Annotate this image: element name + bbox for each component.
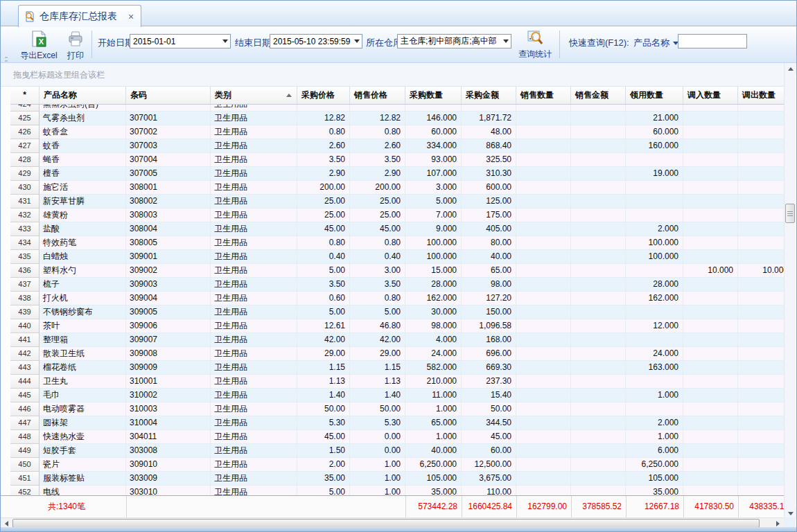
cell-name: 蝇香: [40, 153, 126, 167]
cell-id: 436: [10, 264, 40, 278]
cell-category: 卫生用品: [211, 458, 297, 472]
cell-category: 卫生用品: [211, 105, 297, 112]
cell-sell_amt: [571, 402, 626, 416]
cell-sell_price: 3.50: [350, 153, 405, 167]
table-row[interactable]: 448快速热水壶304011卫生用品45.000.001.00045.001.0…: [10, 430, 785, 444]
cell-req_qty: [626, 333, 683, 347]
column-header-buy_amt[interactable]: 采购金额: [462, 87, 516, 104]
column-header-sell_price[interactable]: 销售价格: [350, 87, 405, 104]
table-row[interactable]: 452电线303010卫生用品5.001.0035.000110.0035.00…: [10, 486, 785, 495]
cell-buy_amt: 696.00: [462, 347, 516, 361]
query-statistics-button[interactable]: 查询统计: [515, 28, 555, 62]
sort-ascending-icon: [286, 94, 292, 97]
table-row[interactable]: 444卫生丸310001卫生用品1.131.13210.000237.30: [10, 375, 785, 389]
quick-search-input[interactable]: [678, 34, 747, 48]
print-button[interactable]: 打印: [62, 29, 89, 63]
column-header-id[interactable]: *: [10, 87, 40, 104]
table-row[interactable]: 442散装卫生纸309008卫生用品29.0029.0024.000696.00…: [10, 347, 785, 361]
cell-buy_qty: 24.000: [405, 347, 462, 361]
cell-id: 431: [10, 195, 40, 209]
table-row[interactable]: 433盐酸308004卫生用品45.0045.009.000405.002.00…: [10, 222, 785, 236]
table-row[interactable]: 438打火机309004卫生用品0.600.80162.000127.20162…: [10, 292, 785, 305]
column-header-sell_qty[interactable]: 销售数量: [516, 87, 571, 104]
table-row[interactable]: 441整理箱309007卫生用品42.0042.004.000168.00: [10, 333, 785, 347]
column-header-buy_qty[interactable]: 采购数量: [405, 87, 462, 104]
cell-buy_price: 2.90: [297, 167, 350, 181]
cell-barcode: 308001: [126, 181, 211, 195]
table-row[interactable]: 445毛巾310002卫生用品1.401.4011.00015.401.000: [10, 389, 785, 402]
column-header-in_qty[interactable]: 调入数量: [683, 87, 738, 104]
end-date-combobox[interactable]: 2015-05-10 23:59:59: [270, 34, 362, 48]
table-row[interactable]: 443榴花卷纸309009卫生用品1.151.15582.000669.3016…: [10, 361, 785, 375]
cell-buy_qty: 6,250.000: [405, 458, 462, 472]
quick-query-field-selector[interactable]: 产品名称: [633, 37, 678, 49]
table-row[interactable]: 428蝇香307004卫生用品3.503.5093.000325.50: [10, 153, 785, 167]
warehouse-combobox[interactable]: 主仓库;初中部商店;高中部: [397, 34, 511, 48]
column-header-category[interactable]: 类别: [211, 87, 297, 104]
svg-text:X: X: [39, 37, 44, 46]
cell-id: 443: [10, 361, 40, 375]
export-excel-button[interactable]: X 导出Excel: [16, 29, 62, 63]
vertical-scrollbar[interactable]: [784, 63, 796, 519]
table-row[interactable]: 450瓷片309010卫生用品2.001.006,250.00012,500.0…: [10, 458, 785, 472]
column-header-out_qty[interactable]: 调出数量: [738, 87, 785, 104]
cell-buy_qty: 40.000: [405, 444, 462, 458]
footer-sum-buy_amt: 1660425.84: [462, 496, 516, 517]
table-row[interactable]: 446电动喷雾器310003卫生用品50.0050.001.00050.00: [10, 402, 785, 416]
column-header-barcode[interactable]: 条码: [126, 87, 211, 104]
tab-strip: 仓库库存汇总报表 ×: [1, 1, 796, 26]
table-row[interactable]: 447圆袜架310004卫生用品5.305.3065.000344.502.00…: [10, 416, 785, 430]
table-row[interactable]: 431新安草甘膦308002卫生用品25.0025.005.000125.00: [10, 195, 785, 209]
cell-barcode: 309008: [126, 347, 211, 361]
tab-warehouse-report[interactable]: 仓库库存汇总报表 ×: [18, 5, 141, 27]
column-header-buy_price[interactable]: 采购价格: [297, 87, 350, 104]
table-row[interactable]: 435白蜡烛309001卫生用品0.400.40100.00040.00100.…: [10, 250, 785, 264]
group-by-bar[interactable]: 拖曳栏标题这里组合该栏: [1, 63, 785, 87]
table-row[interactable]: 429檀香307005卫生用品2.902.90107.000310.3019.0…: [10, 167, 785, 181]
table-row[interactable]: 451服装标签贴303009卫生用品35.001.00105.0003,675.…: [10, 472, 785, 486]
column-header-sell_amt[interactable]: 销售金额: [571, 87, 626, 104]
cell-in_qty: [683, 333, 738, 347]
table-row[interactable]: 439不锈钢纱窗布309005卫生用品5.005.0030.000150.00: [10, 305, 785, 319]
cell-buy_price: 50.00: [297, 402, 350, 416]
cell-sell_amt: [571, 181, 626, 195]
cell-sell_amt: [571, 347, 626, 361]
end-date-dropdown-icon[interactable]: [351, 35, 362, 48]
cell-buy_amt: 15.40: [462, 389, 516, 402]
column-header-req_qty[interactable]: 领用数量: [626, 87, 683, 104]
cell-buy_qty: 98.000: [405, 319, 462, 333]
start-date-dropdown-icon[interactable]: [220, 35, 230, 48]
end-date-label: 结束日期: [235, 37, 271, 49]
table-row[interactable]: 426蚊香盒307002卫生用品0.800.8060.00048.0060.00…: [10, 125, 785, 139]
column-header-name[interactable]: 产品名称: [40, 87, 126, 104]
table-row[interactable]: 432雄黄粉308003卫生用品25.0025.007.000175.00: [10, 209, 785, 222]
cell-sell_price: 2.60: [350, 139, 405, 153]
table-row[interactable]: 424熏蒸杀虫药(合)卫生用品: [10, 105, 785, 112]
table-row[interactable]: 437梳子309003卫生用品3.503.5028.00098.0028.000: [10, 278, 785, 292]
cell-id: 435: [10, 250, 40, 264]
cell-sell_amt: [571, 139, 626, 153]
vertical-scrollbar-thumb[interactable]: [785, 204, 795, 223]
cell-buy_qty: 1.000: [405, 430, 462, 444]
cell-name: 新安草甘膦: [40, 195, 126, 209]
scroll-up-arrow-icon[interactable]: [785, 63, 796, 74]
cell-in_qty: [683, 181, 738, 195]
start-date-combobox[interactable]: 2015-01-01: [130, 34, 231, 48]
table-row[interactable]: 427蚊香307003卫生用品2.602.60334.000868.40160.…: [10, 139, 785, 153]
cell-name: 气雾杀虫剂: [40, 112, 126, 125]
cell-out_qty: [738, 167, 785, 181]
start-date-value: 2015-01-01: [130, 37, 220, 46]
table-row[interactable]: 440茶叶309006卫生用品12.6146.8098.0001,096.581…: [10, 319, 785, 333]
table-row[interactable]: 436塑料水勺309002卫生用品5.003.0015.00065.0010.0…: [10, 264, 785, 278]
start-date-label: 开始日期: [98, 37, 134, 49]
table-row[interactable]: 434特效药笔308005卫生用品0.800.80100.00080.00100…: [10, 236, 785, 250]
cell-out_qty: [738, 139, 785, 153]
cell-name: 施它活: [40, 181, 126, 195]
table-row[interactable]: 449短胶手套303008卫生用品1.500.0040.00060.006.00…: [10, 444, 785, 458]
warehouse-dropdown-icon[interactable]: [500, 35, 511, 48]
tab-close-icon[interactable]: ×: [128, 12, 134, 21]
table-row[interactable]: 425气雾杀虫剂307001卫生用品12.8212.82146.0001,871…: [10, 112, 785, 125]
table-row[interactable]: 430施它活308001卫生用品200.00200.003.000600.00: [10, 181, 785, 195]
cell-buy_qty: 105.000: [405, 472, 462, 486]
cell-name: 檀香: [40, 167, 126, 181]
